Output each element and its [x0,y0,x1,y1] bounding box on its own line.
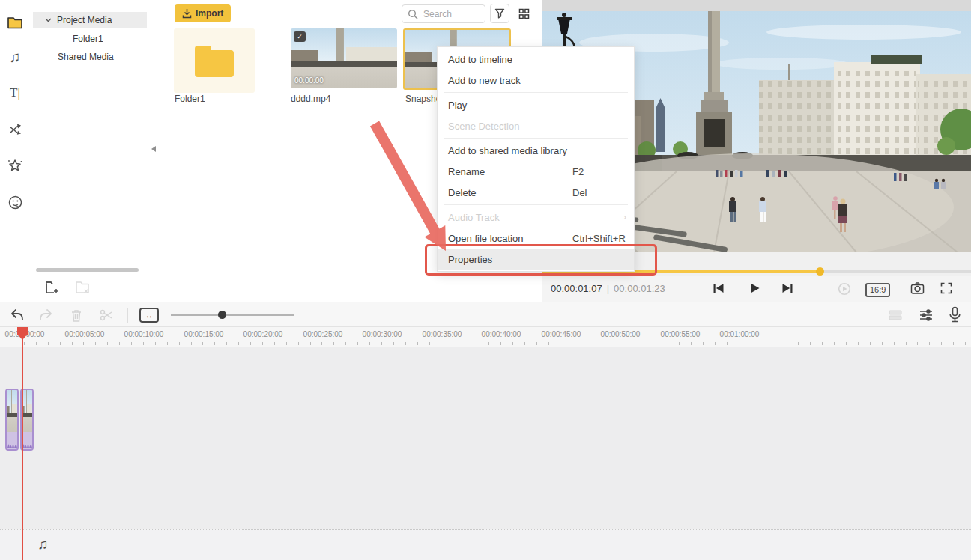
render-preview-icon[interactable] [838,282,851,296]
menu-divider [444,138,628,139]
chevron-down-icon [45,18,52,22]
preview-top-bar [542,0,971,11]
ruler-label: 00:00:35:00 [418,330,466,338]
stickers-icon[interactable] [6,193,24,211]
menu-divider [444,92,628,93]
media-icon[interactable] [6,13,24,31]
grid-view-button[interactable] [514,4,533,23]
track-manager-icon[interactable] [888,308,903,323]
timecode: 00:00:01:07|00:00:01:23 [551,283,665,294]
shortcut-label: Ctrl+Shift+R [572,233,626,244]
total-time: 00:00:01:23 [614,283,665,294]
ruler-label: 00:00:15:00 [180,330,228,338]
timeline-video-clip[interactable] [5,389,34,451]
ruler-label: 00:00:05:00 [61,330,109,338]
voiceover-mic-button[interactable] [949,306,961,323]
media-item-label: Folder1 [175,94,205,104]
ruler-label: 00:00:40:00 [477,330,525,338]
seek-handle[interactable] [816,267,824,276]
play-button[interactable] [748,282,760,294]
undo-button[interactable] [9,308,24,323]
audio-mixer-button[interactable] [919,308,934,323]
tree-item-project-media[interactable]: Project Media [33,12,147,28]
ruler-label: 00:00:55:00 [656,330,704,338]
timeline-zoom-handle[interactable] [218,311,226,319]
collapse-panel-arrow[interactable] [151,146,156,152]
clip-segment[interactable] [5,389,19,451]
menu-item-add-to-new-track[interactable]: Add to new track [438,70,634,91]
clip-thumbnail [22,390,32,432]
menu-item-rename[interactable]: RenameF2 [438,161,634,182]
toolbar-divider [127,308,128,323]
redo-button[interactable] [39,308,54,323]
delete-folder-button[interactable] [73,279,91,296]
tree-label: Project Media [57,15,112,25]
menu-item-audio-track: Audio Track› [438,207,634,228]
import-icon [182,8,192,19]
fit-timeline-button[interactable]: ↔ [139,308,159,323]
timeline-tracks[interactable]: ♫ [0,347,971,560]
delete-button[interactable] [69,308,84,323]
next-frame-button[interactable] [781,282,793,294]
video-editor-window: ♫ T| Project Med [0,0,971,560]
context-menu: Add to timeline Add to new track Play Sc… [437,46,635,272]
ruler-label: 00:00:50:00 [596,330,644,338]
snapshot-button[interactable] [910,281,925,295]
shortcut-label: Del [572,187,587,198]
search-box[interactable] [402,4,486,23]
horizontal-scrollbar[interactable] [36,268,139,272]
menu-item-add-to-timeline[interactable]: Add to timeline [438,49,634,70]
media-tree-panel: Project Media Folder1 Shared Media [30,0,163,302]
menu-divider [444,204,628,205]
menu-item-scene-detection: Scene Detection [438,115,634,136]
menu-item-delete[interactable]: DeleteDel [438,182,634,203]
media-item-label: dddd.mp4 [291,94,330,104]
ruler-label: 00:00:45:00 [537,330,585,338]
playback-controls: 00:00:01:07|00:00:01:23 16:9 [542,276,971,302]
audio-icon[interactable]: ♫ [6,48,24,66]
search-icon [408,9,418,19]
filter-button[interactable] [490,4,509,23]
ruler-label: 00:00:20:00 [239,330,287,338]
clip-waveform [7,440,19,448]
ruler-label: 00:00:10:00 [120,330,168,338]
titles-icon[interactable]: T| [6,84,24,102]
timeline-toolbar: ↔ [0,302,971,327]
timeline-zoom-slider[interactable] [171,314,294,316]
search-input[interactable] [422,8,479,20]
ruler-label: 00:00:30:00 [358,330,406,338]
tree-item-shared-media[interactable]: Shared Media [58,52,114,62]
music-track-icon: ♫ [37,536,48,553]
left-rail: ♫ T| [0,0,30,302]
grid-view-icon [518,8,530,19]
time-separator: | [607,283,609,294]
new-folder-button[interactable] [43,279,61,296]
video-duration: 00:00:00 [294,76,324,85]
previous-frame-button[interactable] [713,282,725,294]
annotation-arrow [360,112,465,262]
menu-item-play[interactable]: Play [438,94,634,115]
playhead-line[interactable] [22,327,23,560]
media-item-video[interactable]: ✓ 00:00:00 [291,28,397,88]
import-label: Import [196,8,223,19]
timeline-ruler[interactable]: 00:00:00:00 00:00:05:00 00:00:10:00 00:0… [0,327,971,347]
import-button[interactable]: Import [175,4,231,22]
aspect-ratio-button[interactable]: 16:9 [865,283,890,297]
filter-icon [494,8,505,19]
folder-icon [193,44,235,77]
submenu-arrow-icon: › [623,212,626,222]
effects-icon[interactable] [6,157,24,175]
media-item-folder[interactable] [174,28,255,93]
ruler-ticks [24,342,971,345]
shortcut-label: F2 [572,166,584,177]
transitions-icon[interactable] [6,121,24,139]
menu-item-add-to-shared-media-library[interactable]: Add to shared media library [438,140,634,161]
clip-thumbnail [7,390,17,432]
fullscreen-button[interactable] [940,282,952,294]
current-time: 00:00:01:07 [551,283,602,294]
audio-track-row[interactable]: ♫ [0,529,971,560]
tree-item-folder1[interactable]: Folder1 [73,34,103,44]
check-badge[interactable]: ✓ [294,31,306,42]
clip-waveform [22,440,34,448]
split-scissors-button[interactable] [99,308,114,323]
